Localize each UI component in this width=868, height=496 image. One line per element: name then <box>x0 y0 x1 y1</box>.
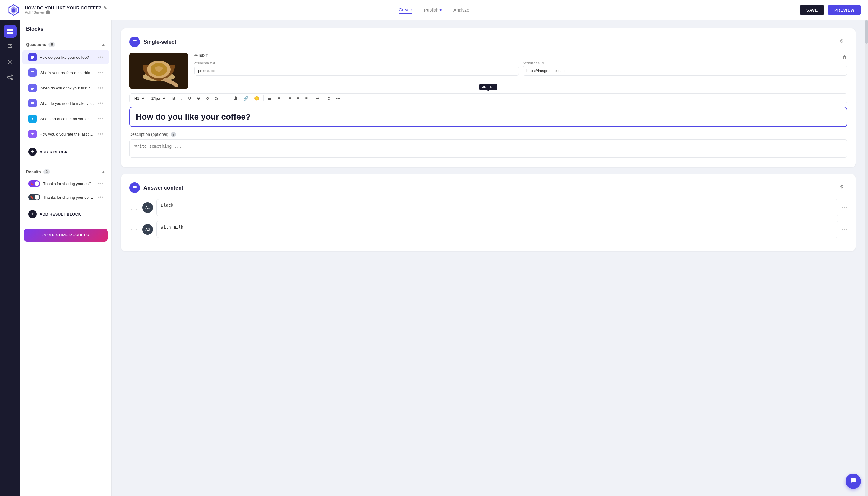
question-item-6[interactable]: How would you rate the last c... ••• <box>22 127 109 141</box>
sidebar-flag-icon[interactable] <box>3 40 17 53</box>
question-more-1[interactable]: ••• <box>98 55 103 60</box>
svg-point-7 <box>9 61 11 63</box>
results-section-header[interactable]: Results 2 ▲ <box>20 167 111 177</box>
preview-button[interactable]: PREVIEW <box>828 5 861 15</box>
indent-button[interactable]: ⇥ <box>314 95 322 102</box>
emoji-button[interactable]: 😊 <box>252 95 262 102</box>
configure-results-button[interactable]: CONFIGURE RESULTS <box>24 229 108 242</box>
align-left-button[interactable]: ≡ <box>286 95 293 102</box>
svg-rect-5 <box>7 32 10 34</box>
underline-button[interactable]: U <box>186 95 193 102</box>
sidebar-blocks-icon[interactable] <box>3 25 17 38</box>
numbered-list-button[interactable]: ≡ <box>275 95 282 102</box>
svg-rect-14 <box>31 72 34 72</box>
question-item-1[interactable]: How do you like your coffee? ••• <box>22 50 109 64</box>
result-more-2[interactable]: ••• <box>98 195 103 200</box>
answer-type-icon <box>129 183 140 193</box>
questions-section-header[interactable]: Questions 6 ▲ <box>20 40 111 50</box>
question-icon-1 <box>28 53 36 61</box>
svg-rect-12 <box>31 57 34 58</box>
sidebar-settings-icon[interactable] <box>3 56 17 68</box>
question-text-input[interactable]: How do you like your coffee? <box>136 112 841 122</box>
svg-rect-25 <box>133 43 136 43</box>
toolbar-divider-3 <box>263 95 264 101</box>
question-settings-button[interactable]: ⚙ <box>840 38 847 46</box>
delete-image-button[interactable]: 🗑 <box>842 55 847 60</box>
bold-button[interactable]: B <box>170 95 178 102</box>
attribution-text-input[interactable] <box>194 66 519 76</box>
answer-input-1[interactable] <box>156 199 838 216</box>
text-color-button[interactable]: T <box>222 95 230 102</box>
question-icon-5 <box>28 114 36 123</box>
question-item-3[interactable]: When do you drink your first c... ••• <box>22 81 109 95</box>
answer-settings-button[interactable]: ⚙ <box>840 184 847 191</box>
strikethrough-button[interactable]: S <box>195 95 202 102</box>
align-center-button[interactable]: ≡ <box>294 95 301 102</box>
italic-button[interactable]: i <box>179 95 185 102</box>
answer-more-2[interactable]: ••• <box>842 227 847 233</box>
image-edit-row: ✏ EDIT 🗑 Attribution text Attribution UR… <box>129 53 847 89</box>
answer-card-header: Answer content ⚙ <box>129 183 847 193</box>
nav-create[interactable]: Create <box>399 6 412 14</box>
scrollbar-track[interactable] <box>865 20 868 496</box>
svg-rect-31 <box>133 187 137 188</box>
question-more-3[interactable]: ••• <box>98 85 103 91</box>
chat-bubble-button[interactable] <box>846 474 861 489</box>
superscript-button[interactable]: x² <box>203 95 212 102</box>
font-size-select[interactable]: 24px18px14px <box>149 95 166 102</box>
question-more-5[interactable]: ••• <box>98 116 103 121</box>
drag-handle-1[interactable]: ⋮⋮ <box>129 205 139 211</box>
clear-formatting-button[interactable]: Tx <box>323 95 333 102</box>
add-block-icon: + <box>28 148 36 156</box>
question-item-2[interactable]: What's your preferred hot drin... ••• <box>22 65 109 80</box>
bullet-list-button[interactable]: ☰ <box>265 95 274 102</box>
info-icon[interactable]: i <box>46 10 50 14</box>
align-right-button[interactable]: ≡ <box>303 95 310 102</box>
scrollbar-thumb[interactable] <box>865 20 868 44</box>
link-button[interactable]: 🔗 <box>241 95 251 102</box>
question-item-4[interactable]: What do you need to make yo... ••• <box>22 96 109 110</box>
drag-handle-2[interactable]: ⋮⋮ <box>129 227 139 232</box>
question-more-6[interactable]: ••• <box>98 131 103 137</box>
answer-input-2[interactable] <box>156 221 838 238</box>
title-area: HOW DO YOU LIKE YOUR COFFEE? ✎ Poll / Su… <box>25 5 107 14</box>
description-info-icon: i <box>171 132 176 137</box>
survey-title: HOW DO YOU LIKE YOUR COFFEE? ✎ <box>25 5 107 10</box>
add-result-icon: + <box>28 210 36 218</box>
edit-title-button[interactable]: ✎ <box>104 5 107 10</box>
sidebar-share-icon[interactable] <box>3 71 17 84</box>
edit-image-button[interactable]: ✏ EDIT <box>194 53 208 58</box>
save-button[interactable]: SAVE <box>800 5 824 15</box>
header-actions: SAVE PREVIEW <box>800 5 861 15</box>
answer-more-1[interactable]: ••• <box>842 205 847 211</box>
more-options-button[interactable]: ••• <box>334 95 343 102</box>
question-text-1: How do you like your coffee? <box>40 55 95 60</box>
result-item-1[interactable]: 🔖 Thanks for sharing your coffe... ••• <box>22 177 109 190</box>
attribution-text-label: Attribution text <box>194 61 519 65</box>
image-button[interactable]: 🖼 <box>231 95 240 102</box>
heading-select[interactable]: H1H2H3 <box>132 95 145 102</box>
description-input[interactable] <box>129 139 847 158</box>
add-result-block-button[interactable]: + ADD RESULT BLOCK <box>22 206 109 222</box>
question-more-2[interactable]: ••• <box>98 70 103 75</box>
nav-publish[interactable]: Publish <box>424 6 442 14</box>
toolbar-divider-5 <box>312 95 312 101</box>
nav-analyze[interactable]: Analyze <box>453 6 469 14</box>
question-more-4[interactable]: ••• <box>98 101 103 106</box>
header: HOW DO YOU LIKE YOUR COFFEE? ✎ Poll / Su… <box>0 0 868 20</box>
result-more-1[interactable]: ••• <box>98 181 103 186</box>
main-content: Single-select ⚙ <box>112 20 865 496</box>
question-text-4: What do you need to make yo... <box>40 101 95 106</box>
question-text-5: What sort of coffee do you or... <box>40 117 95 121</box>
question-item-5[interactable]: What sort of coffee do you or... ••• <box>22 112 109 126</box>
attribution-url-field: Attribution URL <box>523 61 847 76</box>
result-item-2[interactable]: 🔖 Thanks for sharing your coffe... ••• <box>22 191 109 203</box>
attribution-url-input[interactable] <box>523 66 847 76</box>
settings-icon <box>7 59 13 65</box>
questions-chevron-icon: ▲ <box>101 42 105 47</box>
subscript-button[interactable]: x₂ <box>213 95 221 102</box>
add-block-button[interactable]: + ADD A BLOCK <box>22 144 109 159</box>
question-type-icon <box>129 36 140 47</box>
blocks-title: Blocks <box>20 26 111 37</box>
grid-icon <box>7 28 13 34</box>
